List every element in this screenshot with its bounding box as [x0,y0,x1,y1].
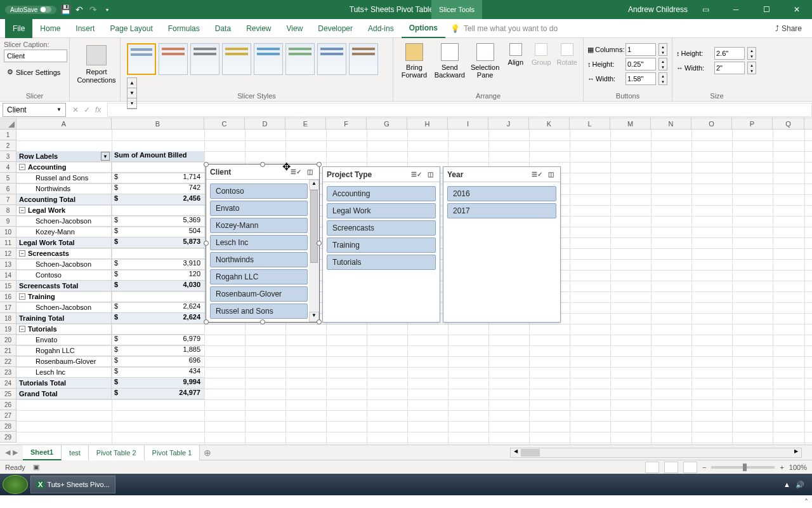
slicer-item[interactable]: 2017 [447,203,556,218]
col-header[interactable]: A [16,118,112,129]
col-header[interactable]: F [326,118,367,129]
col-header[interactable]: J [488,118,529,129]
row-header[interactable]: 26 [0,399,16,410]
pivot-row[interactable]: −Legal Work [16,205,204,216]
close-button[interactable]: ✕ [784,0,809,19]
pivot-row[interactable]: −Training [16,291,204,302]
columns-spinner[interactable]: ▲▼ [658,43,667,56]
row-header[interactable]: 16 [0,291,16,302]
taskbar-excel[interactable]: XTuts+ Sheets Pivo... [30,476,115,493]
col-header[interactable]: H [407,118,448,129]
slicer-item[interactable]: 2016 [447,186,556,201]
collapse-icon[interactable]: − [19,326,25,332]
pivot-table[interactable]: Row Labels▼Sum of Amount Billed −Account… [16,151,204,399]
row-header[interactable]: 28 [0,421,16,432]
slicer-item[interactable]: Envato [210,201,308,216]
slicer-item[interactable]: Northwinds [210,252,308,267]
btn-width-input[interactable] [625,72,656,85]
row-header[interactable]: 22 [0,356,16,367]
fx-icon[interactable]: fx [95,105,101,114]
enter-formula-icon[interactable]: ✓ [84,105,90,114]
pivot-row[interactable]: Schoen-Jacobson$3,910 [16,259,204,270]
slicer-styles-gallery[interactable]: ▲▼▾ [124,41,384,89]
tray-up-icon[interactable]: ▲ [783,481,790,489]
clear-filter-icon[interactable]: ◫ [304,166,315,178]
macro-record-icon[interactable]: ▣ [33,463,39,471]
tab-page-layout[interactable]: Page Layout [102,19,160,38]
tab-review[interactable]: Review [239,19,278,38]
tell-me-search[interactable]: 💡Tell me what you want to do [450,24,558,33]
row-header[interactable]: 21 [0,345,16,356]
col-header[interactable]: P [732,118,773,129]
view-layout-button[interactable] [664,462,678,473]
row-header[interactable]: 27 [0,410,16,421]
pivot-row[interactable]: Training Total$2,624 [16,313,204,324]
slicer-item[interactable]: Screencasts [327,220,436,236]
row-header[interactable]: 8 [0,205,16,216]
tab-file[interactable]: File [5,19,32,38]
slicer-item[interactable]: Training [327,237,436,253]
name-box[interactable]: Client▼ [3,103,66,117]
collapse-ribbon-icon[interactable]: ˄ [804,498,808,507]
spreadsheet-grid[interactable]: A B C D E F G H I J K L M N O P Q 123456… [0,118,812,444]
slicer-item[interactable]: Lesch Inc [210,235,308,250]
size-width-input[interactable] [714,62,745,74]
pivot-row[interactable]: Schoen-Jacobson$5,369 [16,216,204,227]
pivot-row[interactable]: Legal Work Total$5,873 [16,237,204,248]
row-header[interactable]: 18 [0,313,16,324]
tab-formulas[interactable]: Formulas [160,19,207,38]
slicer-item[interactable]: Tutorials [327,255,436,270]
slicer-style-7[interactable] [317,43,346,75]
col-header[interactable]: K [529,118,570,129]
slicer-style-6[interactable] [285,43,315,75]
col-header[interactable]: E [285,118,326,129]
size-width-spinner[interactable]: ▲▼ [747,62,756,74]
minimize-button[interactable]: ─ [723,0,749,19]
row-header[interactable]: 6 [0,184,16,194]
slicer-style-1[interactable] [127,43,156,75]
col-header[interactable]: L [570,118,610,129]
col-header[interactable]: Q [773,118,804,129]
multi-select-icon[interactable]: ☰✓ [531,169,542,180]
align-button[interactable]: Align [504,41,528,89]
slicer-style-8[interactable] [349,43,378,75]
pivot-row[interactable]: Grand Total$24,977 [16,389,204,399]
row-header[interactable]: 12 [0,248,16,259]
row-header[interactable]: 10 [0,227,16,237]
row-header[interactable]: 23 [0,367,16,378]
row-header[interactable]: 11 [0,237,16,248]
collapse-icon[interactable]: − [19,293,25,300]
cancel-formula-icon[interactable]: ✕ [72,105,79,114]
select-all-button[interactable] [0,118,16,129]
pivot-row[interactable]: Tutorials Total$9,994 [16,378,204,389]
pivot-row[interactable]: Contoso$120 [16,270,204,281]
collapse-icon[interactable]: − [19,250,25,257]
sheet-tab-sheet1[interactable]: Sheet1 [23,445,62,460]
tab-options[interactable]: Options [402,19,445,38]
slicer-style-4[interactable] [222,43,251,75]
zoom-level[interactable]: 100% [789,464,807,471]
slicer-project-type[interactable]: Project Type☰✓◫ AccountingLegal WorkScre… [322,166,440,323]
slicer-item[interactable]: Contoso [210,184,308,199]
tab-addins[interactable]: Add-ins [360,19,402,38]
view-pagebreak-button[interactable] [683,462,697,473]
slicer-item[interactable]: Kozey-Mann [210,218,308,233]
col-header[interactable]: I [448,118,488,129]
columns-input[interactable] [625,43,656,56]
pivot-row[interactable]: Kozey-Mann$504 [16,227,204,237]
row-header[interactable]: 20 [0,335,16,345]
pivot-row[interactable]: −Tutorials [16,324,204,335]
row-header[interactable]: 29 [0,432,16,443]
save-icon[interactable]: 💾 [60,4,70,15]
view-normal-button[interactable] [645,462,659,473]
pivot-row[interactable]: Screencasts Total$4,030 [16,281,204,291]
row-header[interactable]: 17 [0,302,16,313]
size-height-spinner[interactable]: ▲▼ [747,47,756,60]
add-sheet-button[interactable]: ⊕ [200,448,215,458]
share-button[interactable]: ⤴Share [775,24,802,33]
slicer-item[interactable]: Russel and Sons [210,304,308,319]
btn-width-spinner[interactable]: ▲▼ [658,72,667,85]
maximize-button[interactable]: ☐ [754,0,779,19]
pivot-row[interactable]: Schoen-Jacobson$2,624 [16,302,204,313]
col-header[interactable]: N [651,118,691,129]
